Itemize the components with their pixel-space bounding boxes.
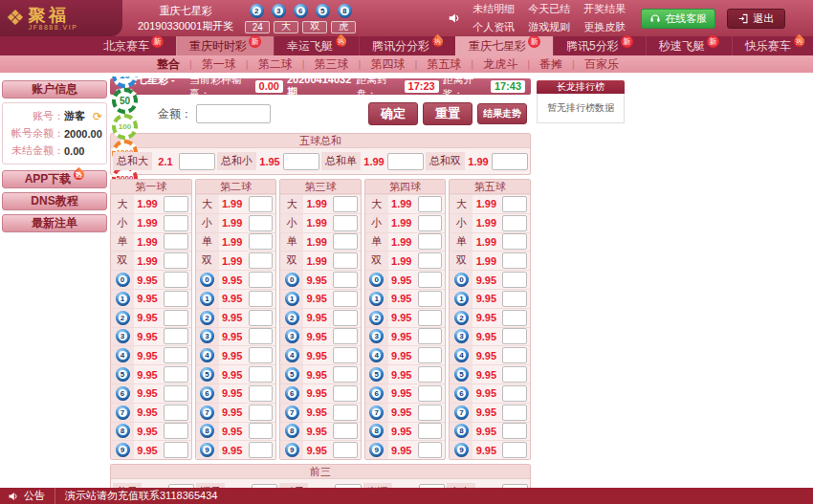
bet-input[interactable] <box>164 442 188 458</box>
bet-input[interactable] <box>333 405 358 421</box>
bet-input[interactable] <box>249 347 274 363</box>
bet-input[interactable] <box>502 252 527 269</box>
bet-input[interactable] <box>502 196 527 212</box>
bet-input[interactable] <box>249 252 274 269</box>
bet-input[interactable] <box>333 233 358 250</box>
bet-input[interactable] <box>418 347 443 363</box>
chip-10[interactable]: 10 <box>112 77 138 88</box>
tab-tencent-5fc[interactable]: 腾讯5分彩新 <box>553 36 646 55</box>
app-download-button[interactable]: APP下载热 <box>2 170 107 188</box>
bet-input[interactable] <box>333 252 358 269</box>
bet-input[interactable] <box>418 328 443 344</box>
bet-input[interactable] <box>164 196 188 212</box>
subnav-item-ball-2[interactable]: 第二球 <box>256 56 295 73</box>
latest-orders-button[interactable]: 最新注单 <box>2 214 107 232</box>
bet-input[interactable] <box>164 347 188 363</box>
bet-input[interactable] <box>502 272 527 288</box>
bet-input[interactable] <box>502 328 527 344</box>
bet-input[interactable] <box>387 153 424 170</box>
tab-happy-racing[interactable]: 快乐赛车热 <box>732 36 813 55</box>
subnav-item-ball-1[interactable]: 第一球 <box>200 56 238 73</box>
bet-input[interactable] <box>333 272 358 288</box>
bet-input[interactable] <box>502 233 527 250</box>
bet-input[interactable] <box>164 385 188 402</box>
bet-input[interactable] <box>164 328 188 344</box>
subnav-item-dragon-tiger[interactable]: 龙虎斗 <box>481 56 519 73</box>
bet-input[interactable] <box>502 442 527 458</box>
bet-input[interactable] <box>502 310 527 326</box>
tab-lucky-airship[interactable]: 幸运飞艇热 <box>274 36 359 55</box>
tab-beijing-racing[interactable]: 北京赛车新 <box>91 36 176 55</box>
bet-input[interactable] <box>418 215 443 231</box>
bet-input[interactable] <box>164 215 188 231</box>
chip-50[interactable]: 50 <box>112 88 138 114</box>
bet-input[interactable] <box>502 405 527 421</box>
bet-input[interactable] <box>418 385 443 402</box>
bet-input[interactable] <box>249 442 274 458</box>
bet-input[interactable] <box>164 310 188 326</box>
bet-input[interactable] <box>418 272 443 288</box>
bet-input[interactable] <box>333 347 358 363</box>
bet-input[interactable] <box>164 252 188 269</box>
subnav-item-ball-3[interactable]: 第三球 <box>313 56 351 73</box>
bet-input[interactable] <box>333 366 358 383</box>
bet-input[interactable] <box>249 328 274 344</box>
subnav-item-all[interactable]: 整合 <box>155 56 182 73</box>
bet-input[interactable] <box>164 423 188 439</box>
bet-input[interactable] <box>418 252 443 269</box>
tab-chongqing-ssc[interactable]: 重庆时时彩新 <box>176 36 274 55</box>
bet-input[interactable] <box>418 405 443 421</box>
bet-input[interactable] <box>164 272 188 288</box>
bet-input[interactable] <box>502 385 527 402</box>
reset-button[interactable]: 重置 <box>423 102 472 125</box>
refresh-icon[interactable]: ⟳ <box>93 111 102 122</box>
subnav-item-baccarat[interactable]: 百家乐 <box>582 56 621 73</box>
site-logo[interactable]: ❖ 聚福 JF8888.VIP <box>0 0 122 36</box>
bet-input[interactable] <box>418 196 443 212</box>
bet-input[interactable] <box>164 366 188 383</box>
amount-input[interactable] <box>196 104 271 123</box>
bet-input[interactable] <box>502 423 527 439</box>
bet-input[interactable] <box>418 291 443 307</box>
bet-input[interactable] <box>418 442 443 458</box>
link-today-settled[interactable]: 今天已结 <box>528 2 570 16</box>
confirm-button[interactable]: 确定 <box>368 102 418 125</box>
logout-button[interactable]: 退出 <box>727 9 785 29</box>
bet-input[interactable] <box>283 153 319 170</box>
bet-input[interactable] <box>333 291 358 307</box>
subnav-item-ball-5[interactable]: 第五球 <box>425 56 463 73</box>
bet-input[interactable] <box>333 310 358 326</box>
service-button[interactable]: 在线客服 <box>641 9 715 29</box>
bet-input[interactable] <box>502 291 527 307</box>
bet-input[interactable] <box>492 153 528 170</box>
link-change-skin[interactable]: 更换皮肤 <box>583 20 626 34</box>
bet-input[interactable] <box>418 366 443 383</box>
bet-input[interactable] <box>333 328 358 344</box>
bet-input[interactable] <box>249 233 274 250</box>
link-unsettled-details[interactable]: 未结明细 <box>472 2 515 16</box>
bet-input[interactable] <box>333 196 358 212</box>
bet-input[interactable] <box>179 153 215 170</box>
bet-input[interactable] <box>502 347 527 363</box>
tab-tencent-ffc[interactable]: 腾讯分分彩热 <box>359 36 455 55</box>
bet-input[interactable] <box>333 215 358 231</box>
bet-input[interactable] <box>418 310 443 326</box>
bet-input[interactable] <box>333 423 358 439</box>
bet-input[interactable] <box>502 215 527 231</box>
tab-speed-airship[interactable]: 秒速飞艇新 <box>646 36 732 55</box>
link-game-rules[interactable]: 游戏规则 <box>528 20 570 34</box>
bet-input[interactable] <box>249 291 274 307</box>
bet-input[interactable] <box>249 366 274 383</box>
dns-tutorial-button[interactable]: DNS教程 <box>2 192 107 210</box>
bet-input[interactable] <box>249 196 274 212</box>
bet-input[interactable] <box>502 366 527 383</box>
bet-input[interactable] <box>249 423 274 439</box>
tab-chongqing-qxc[interactable]: 重庆七星彩新 <box>455 36 553 55</box>
bet-input[interactable] <box>333 442 358 458</box>
trend-button[interactable]: 结果走势 <box>477 103 527 124</box>
link-profile[interactable]: 个人资讯 <box>472 20 515 34</box>
speaker-icon[interactable] <box>448 11 461 25</box>
bet-input[interactable] <box>164 405 188 421</box>
bet-input[interactable] <box>249 385 274 402</box>
bet-input[interactable] <box>164 291 188 307</box>
